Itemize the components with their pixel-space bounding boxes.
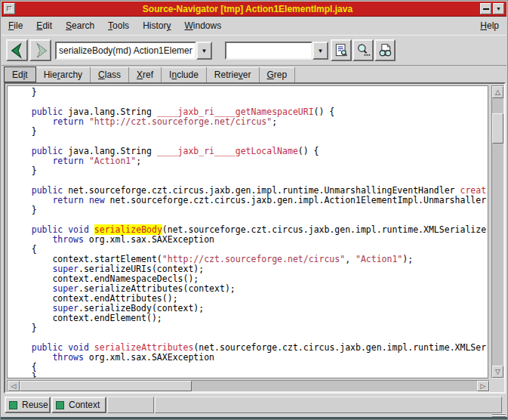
horizontal-scroll-thumb[interactable] — [20, 381, 192, 391]
scroll-left-icon: ◁ — [11, 383, 17, 390]
forward-button[interactable] — [29, 39, 51, 61]
menu-windows[interactable]: Windows — [177, 18, 228, 33]
tab-hierarchy[interactable]: Hierarchy — [36, 67, 91, 82]
editor-frame: } public java.lang.String ____jaxb_ri___… — [4, 82, 506, 394]
toolbar: ▼ ▼ — [2, 35, 506, 66]
context-toggle[interactable]: Context — [51, 397, 106, 413]
code-line: } — [11, 323, 488, 333]
edit-file-icon — [334, 43, 349, 58]
search-icon — [356, 43, 371, 58]
vertical-scroll-thumb[interactable] — [492, 113, 503, 144]
chevron-down-icon: ▼ — [318, 48, 324, 54]
code-editor[interactable]: } public java.lang.String ____jaxb_ri___… — [7, 85, 488, 378]
maximize-button[interactable]: ▼ — [493, 3, 504, 14]
status-panel-message — [155, 397, 502, 413]
scroll-right-icon: ▷ — [481, 383, 486, 390]
symbol-combo-input[interactable] — [55, 42, 196, 60]
code-line: } — [11, 127, 488, 137]
back-button[interactable] — [6, 39, 28, 61]
window-menu-button[interactable] — [4, 3, 15, 14]
menu-edit[interactable]: Edit — [29, 18, 59, 33]
scroll-up-icon: △ — [495, 89, 500, 96]
code-line: throws org.xml.sax.SAXException — [11, 235, 488, 245]
code-line: throws org.xml.sax.SAXException — [11, 353, 488, 363]
source-navigator-window: Source-Navigator [tmp] Action1ElementImp… — [0, 0, 508, 420]
code-line: } — [11, 88, 488, 97]
window-bottom-edge — [1, 417, 507, 419]
tab-grep[interactable]: Grep — [260, 67, 296, 82]
edit-file-button[interactable] — [331, 39, 352, 61]
window-title: Source-Navigator [tmp] Action1ElementImp… — [15, 4, 480, 14]
status-panel-small — [107, 397, 154, 413]
code-line: } — [11, 166, 488, 176]
menu-tools[interactable]: Tools — [101, 18, 136, 33]
scroll-left-button[interactable]: ◁ — [8, 381, 20, 391]
code-lines: } public java.lang.String ____jaxb_ri___… — [11, 88, 488, 378]
context-label: Context — [69, 400, 100, 410]
menu-file[interactable]: File — [2, 18, 29, 33]
search-combo-input[interactable] — [225, 42, 312, 60]
minimize-button[interactable] — [480, 3, 491, 14]
horizontal-scrollbar[interactable]: ◁ ▷ — [7, 380, 490, 392]
statusbar: Reuse Context — [2, 395, 506, 415]
code-line: context.endElement(); — [11, 313, 488, 323]
scroll-up-button[interactable]: △ — [492, 86, 503, 98]
search-combo-dropdown-button[interactable]: ▼ — [312, 42, 328, 60]
menu-search[interactable]: Search — [59, 18, 101, 33]
tab-edit[interactable]: Edit — [4, 66, 36, 82]
context-indicator-icon — [56, 401, 64, 409]
retrieve-icon — [377, 43, 393, 58]
minimize-icon — [483, 8, 489, 10]
reuse-toggle[interactable]: Reuse — [5, 397, 51, 413]
code-line: { — [11, 363, 488, 372]
vertical-scrollbar[interactable]: △ ▽ — [491, 85, 504, 378]
reuse-indicator-icon — [9, 401, 17, 409]
code-line: return "Action1"; — [11, 156, 488, 166]
search-button[interactable] — [353, 39, 374, 61]
menubar-items: FileEditSearchToolsHistoryWindows — [2, 18, 228, 33]
maximize-icon: ▼ — [496, 6, 501, 11]
scroll-right-button[interactable]: ▷ — [477, 381, 489, 391]
scroll-down-icon: ▽ — [495, 369, 500, 375]
code-line: } — [11, 372, 488, 378]
view-tabbar: EditHierarchyClassXrefIncludeRetrieverGr… — [2, 66, 506, 82]
code-line: } — [11, 205, 488, 215]
menu-history[interactable]: History — [136, 18, 177, 33]
tab-retriever[interactable]: Retriever — [207, 67, 260, 82]
chevron-down-icon: ▼ — [202, 48, 208, 54]
retrieve-button[interactable] — [374, 39, 396, 61]
symbol-combo-dropdown-button[interactable]: ▼ — [196, 42, 212, 60]
reuse-label: Reuse — [22, 400, 48, 410]
tab-include[interactable]: Include — [162, 67, 207, 82]
scrollbar-corner — [491, 380, 504, 392]
tab-xref[interactable]: Xref — [129, 67, 162, 82]
titlebar[interactable]: Source-Navigator [tmp] Action1ElementImp… — [2, 2, 506, 17]
window-menu-icon — [7, 6, 12, 11]
menubar: FileEditSearchToolsHistoryWindows Help — [2, 17, 506, 35]
green-arrow-left-icon — [9, 42, 26, 59]
tab-class[interactable]: Class — [91, 67, 129, 82]
green-arrow-right-stippled-icon — [32, 42, 49, 59]
scroll-down-button[interactable]: ▽ — [492, 366, 503, 378]
code-line: return "http://czt.sourceforge.net/circu… — [11, 117, 488, 127]
code-line: return new net.sourceforge.czt.circus.ja… — [11, 196, 488, 205]
menu-help[interactable]: Help — [473, 18, 506, 33]
